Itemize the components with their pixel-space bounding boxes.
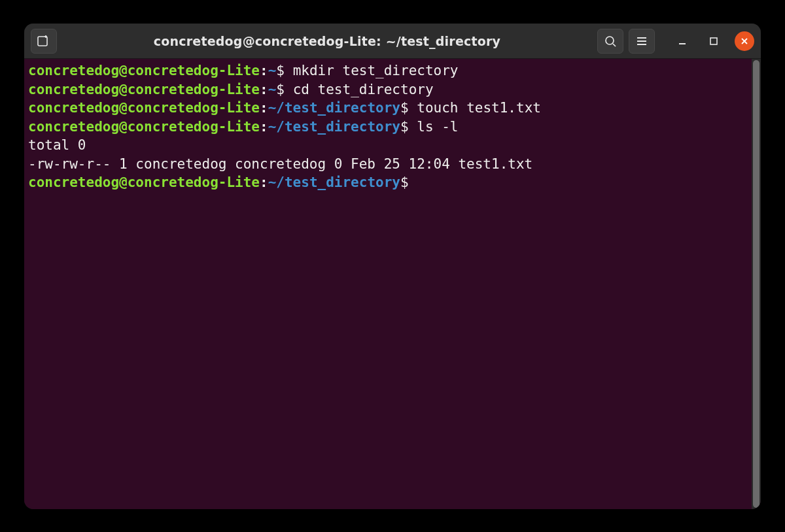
svg-rect-0 [38, 37, 47, 46]
terminal-window: concretedog@concretedog-Lite: ~/test_dir… [24, 24, 761, 509]
terminal-line: -rw-rw-r-- 1 concretedog concretedog 0 F… [28, 155, 757, 174]
svg-point-3 [606, 37, 614, 44]
terminal-line: concretedog@concretedog-Lite:~$ mkdir te… [28, 61, 757, 80]
svg-line-4 [613, 44, 616, 46]
terminal-line: concretedog@concretedog-Lite:~/test_dire… [28, 173, 757, 192]
scrollbar[interactable] [752, 59, 761, 509]
terminal-line: total 0 [28, 136, 757, 155]
terminal-line: concretedog@concretedog-Lite:~/test_dire… [28, 99, 757, 118]
maximize-button[interactable] [701, 29, 727, 54]
minimize-button[interactable] [669, 29, 695, 54]
svg-rect-9 [710, 38, 717, 44]
cursor [417, 175, 424, 189]
titlebar: concretedog@concretedog-Lite: ~/test_dir… [24, 24, 761, 59]
terminal-line: concretedog@concretedog-Lite:~/test_dire… [28, 118, 757, 137]
window-title: concretedog@concretedog-Lite: ~/test_dir… [154, 34, 500, 48]
scrollbar-thumb[interactable] [753, 60, 759, 508]
search-button[interactable] [597, 29, 623, 54]
terminal-body[interactable]: concretedog@concretedog-Lite:~$ mkdir te… [24, 59, 761, 509]
hamburger-menu-button[interactable] [629, 29, 655, 54]
new-tab-button[interactable] [31, 29, 57, 54]
terminal-line: concretedog@concretedog-Lite:~$ cd test_… [28, 80, 757, 99]
close-button[interactable] [735, 31, 754, 51]
